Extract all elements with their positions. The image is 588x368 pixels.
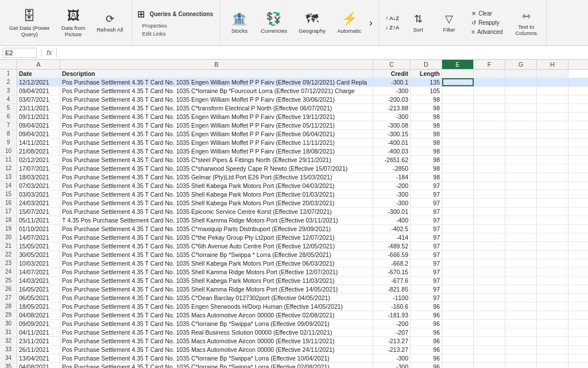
cell-h[interactable] bbox=[537, 242, 568, 250]
cell-f[interactable] bbox=[474, 320, 505, 328]
cell-e[interactable] bbox=[442, 139, 474, 147]
cell-a[interactable]: 18/05/2021 bbox=[17, 302, 60, 310]
cell-e[interactable] bbox=[442, 328, 474, 336]
cell-d[interactable]: 98 bbox=[411, 164, 442, 172]
cell-b[interactable]: Pos Purchase Settlement 4.35 T Card No. … bbox=[60, 259, 373, 267]
cell-b[interactable]: Pos Purchase Settlement 4.35 T Card No. … bbox=[60, 208, 373, 216]
table-row[interactable]: 33 26/11/2021 Pos Purchase Settlement 4.… bbox=[0, 346, 588, 354]
cell-g[interactable] bbox=[505, 268, 537, 276]
cell-g[interactable] bbox=[505, 294, 537, 302]
table-row[interactable]: 7 09/04/2021 Pos Purchase Settlement 4.3… bbox=[0, 121, 588, 130]
cell-f[interactable] bbox=[474, 70, 505, 78]
cell-g[interactable] bbox=[505, 87, 537, 95]
cell-b[interactable]: Pos Purchase Settlement 4.35 T Card No. … bbox=[60, 268, 373, 276]
cell-c[interactable]: -414 bbox=[373, 233, 411, 241]
cell-e[interactable] bbox=[442, 156, 474, 164]
cell-f[interactable] bbox=[474, 225, 505, 233]
cell-f[interactable] bbox=[474, 190, 505, 198]
cell-e[interactable] bbox=[442, 104, 474, 112]
cell-d[interactable]: 97 bbox=[411, 277, 442, 285]
table-row[interactable]: 26 16/05/2021 Pos Purchase Settlement 4.… bbox=[0, 285, 588, 294]
cell-f[interactable] bbox=[474, 268, 505, 276]
cell-e[interactable] bbox=[442, 199, 474, 207]
advanced-button[interactable]: ≡ Advanced bbox=[468, 28, 506, 36]
table-row[interactable]: 28 18/05/2021 Pos Purchase Settlement 4.… bbox=[0, 302, 588, 311]
cell-d[interactable]: 97 bbox=[411, 199, 442, 207]
formula-input[interactable] bbox=[61, 49, 586, 56]
cell-g[interactable] bbox=[505, 104, 537, 112]
cell-g[interactable] bbox=[505, 302, 537, 310]
cell-f[interactable] bbox=[474, 328, 505, 336]
cell-g[interactable] bbox=[505, 139, 537, 147]
cell-b[interactable]: Pos Purchase Settlement 4.35 T Card No. … bbox=[60, 346, 373, 354]
cell-c[interactable]: -300 bbox=[373, 199, 411, 207]
cell-c[interactable]: -2850 bbox=[373, 164, 411, 172]
cell-h[interactable] bbox=[537, 156, 568, 164]
col-header-d[interactable]: D bbox=[411, 60, 442, 69]
cell-d[interactable]: 96 bbox=[411, 311, 442, 319]
cell-h[interactable] bbox=[537, 346, 568, 354]
cell-b[interactable]: Pos Purchase Settlement 4.35 T Card No. … bbox=[60, 277, 373, 285]
cell-e[interactable] bbox=[442, 320, 474, 328]
cell-a[interactable]: 04/08/2021 bbox=[17, 311, 60, 319]
cell-g[interactable] bbox=[505, 173, 537, 181]
cell-e[interactable] bbox=[442, 251, 474, 259]
cell-a[interactable]: 04/11/2021 bbox=[17, 328, 60, 336]
cell-b[interactable]: Pos Purchase Settlement 4.35 T Card No. … bbox=[60, 233, 373, 241]
stocks-button[interactable]: 🏦 Stocks bbox=[225, 9, 254, 36]
cell-g[interactable] bbox=[505, 277, 537, 285]
cell-e[interactable] bbox=[442, 242, 474, 250]
cell-g[interactable] bbox=[505, 208, 537, 216]
cell-a[interactable]: 04/08/2021 bbox=[17, 363, 60, 368]
cell-b[interactable]: Pos Purchase Settlement 4.35 T Card No. … bbox=[60, 78, 373, 86]
cell-b[interactable]: Pos Purchase Settlement 4.35 T Card No. … bbox=[60, 147, 373, 155]
table-row[interactable]: 1 Date Description Credit Length bbox=[0, 70, 588, 78]
automatic-button[interactable]: ⚡ Automatic bbox=[332, 9, 366, 36]
cell-d[interactable]: 97 bbox=[411, 182, 442, 190]
cell-b[interactable]: Pos Purchase Settlement 4.35 T Card No. … bbox=[60, 104, 373, 112]
cell-c[interactable]: -821.85 bbox=[373, 285, 411, 293]
cell-c[interactable]: -300 bbox=[373, 190, 411, 198]
cell-e[interactable] bbox=[442, 173, 474, 181]
cell-h[interactable] bbox=[537, 182, 568, 190]
cell-e[interactable] bbox=[442, 78, 474, 86]
cell-a[interactable]: 12/12/2021 bbox=[17, 78, 60, 86]
cell-g[interactable] bbox=[505, 346, 537, 354]
table-row[interactable]: 27 06/05/2021 Pos Purchase Settlement 4.… bbox=[0, 294, 588, 302]
cell-a[interactable]: 09/04/2021 bbox=[17, 87, 60, 95]
cell-d[interactable]: 96 bbox=[411, 328, 442, 336]
table-row[interactable]: 22 30/05/2021 Pos Purchase Settlement 4.… bbox=[0, 251, 588, 259]
cell-e[interactable] bbox=[442, 182, 474, 190]
cell-f[interactable] bbox=[474, 285, 505, 293]
cell-a[interactable]: 14/07/2021 bbox=[17, 233, 60, 241]
cell-a[interactable]: 03/03/2021 bbox=[17, 190, 60, 198]
cell-a[interactable]: 09/09/2021 bbox=[17, 320, 60, 328]
cell-h[interactable] bbox=[537, 294, 568, 302]
table-row[interactable]: 25 14/03/2021 Pos Purchase Settlement 4.… bbox=[0, 277, 588, 285]
cell-c[interactable]: -213.88 bbox=[373, 104, 411, 112]
cell-f[interactable] bbox=[474, 346, 505, 354]
cell-f[interactable] bbox=[474, 156, 505, 164]
cell-g[interactable] bbox=[505, 121, 537, 129]
cell-d[interactable]: 98 bbox=[411, 156, 442, 164]
cell-h[interactable] bbox=[537, 95, 568, 103]
cell-h[interactable] bbox=[537, 225, 568, 233]
cell-e[interactable] bbox=[442, 70, 474, 78]
cell-d[interactable]: 97 bbox=[411, 216, 442, 224]
name-box[interactable] bbox=[2, 48, 37, 58]
cell-f[interactable] bbox=[474, 113, 505, 121]
cell-g[interactable] bbox=[505, 156, 537, 164]
table-row[interactable]: 3 09/04/2021 Pos Purchase Settlement 4.3… bbox=[0, 87, 588, 95]
cell-d[interactable]: 97 bbox=[411, 268, 442, 276]
cell-e[interactable] bbox=[442, 337, 474, 345]
cell-a[interactable]: 15/07/2021 bbox=[17, 208, 60, 216]
cell-e[interactable] bbox=[442, 346, 474, 354]
cell-f[interactable] bbox=[474, 311, 505, 319]
cell-b[interactable]: Pos Purchase Settlement 4.35 T Card No. … bbox=[60, 285, 373, 293]
cell-c[interactable]: -400.03 bbox=[373, 147, 411, 155]
table-row[interactable]: 2 12/12/2021 Pos Purchase Settlement 4.3… bbox=[0, 78, 588, 87]
cell-g[interactable] bbox=[505, 285, 537, 293]
cell-d[interactable]: 98 bbox=[411, 147, 442, 155]
table-row[interactable]: 24 14/07/2021 Pos Purchase Settlement 4.… bbox=[0, 268, 588, 277]
cell-h[interactable] bbox=[537, 70, 568, 78]
